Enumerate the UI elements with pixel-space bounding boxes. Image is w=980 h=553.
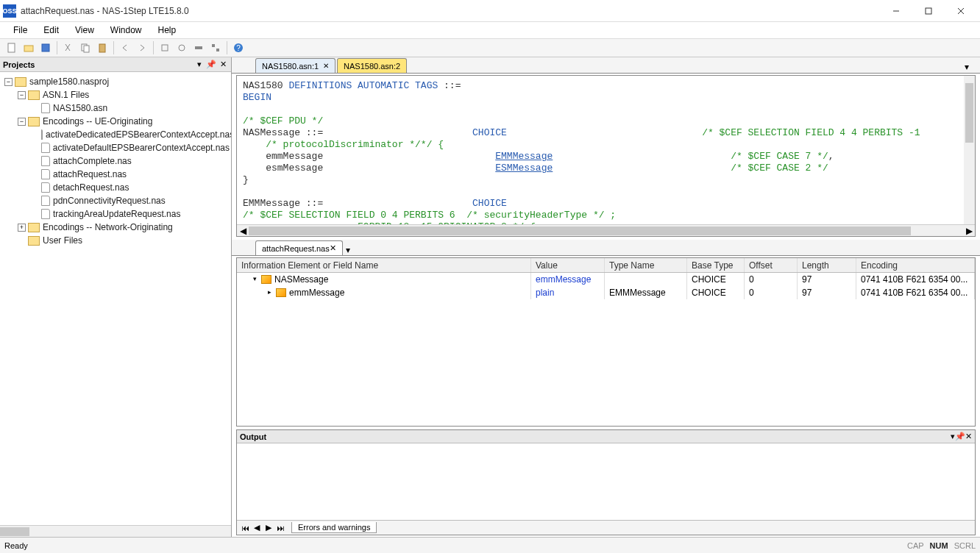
tab-close-icon[interactable]: ✕ bbox=[323, 62, 329, 70]
cut-icon[interactable] bbox=[61, 40, 76, 55]
close-icon[interactable]: ✕ bbox=[218, 60, 228, 70]
code-body[interactable]: NAS1580 DEFINITIONS AUTOMATIC TAGS ::= B… bbox=[237, 76, 975, 224]
menu-window[interactable]: Window bbox=[103, 24, 149, 37]
cell-offset: 0 bbox=[745, 273, 798, 286]
collapse-icon[interactable]: − bbox=[18, 118, 26, 126]
folder-icon bbox=[28, 223, 40, 232]
statusbar: Ready CAP NUM SCRL bbox=[0, 537, 980, 553]
column-header[interactable]: Value bbox=[531, 258, 605, 272]
editor-tab-active[interactable]: NAS1580.asn:2 bbox=[337, 58, 407, 73]
scroll-right-icon[interactable]: ▶ bbox=[963, 225, 975, 236]
expand-icon[interactable]: ▾ bbox=[252, 276, 258, 282]
maximize-button[interactable] bbox=[912, 1, 945, 21]
table-header: Information Element or Field Name Value … bbox=[237, 258, 975, 273]
pin-icon[interactable]: 📌 bbox=[206, 60, 216, 70]
file-icon bbox=[41, 143, 50, 153]
details-tabs: attachRequest.nas✕ ▾ bbox=[232, 240, 980, 256]
column-header[interactable]: Base Type bbox=[687, 258, 745, 272]
tree-folder[interactable]: − Encodings -- UE-Originating bbox=[1, 115, 230, 128]
tool-icon[interactable] bbox=[191, 40, 206, 55]
tree-folder[interactable]: + Encodings -- Network-Originating bbox=[1, 221, 230, 234]
tree-file[interactable]: NAS1580.asn bbox=[1, 101, 230, 115]
scroll-left-icon[interactable]: ◀ bbox=[237, 225, 249, 236]
arrow-right-icon[interactable] bbox=[135, 40, 149, 55]
tree-file[interactable]: detachRequest.nas bbox=[1, 181, 230, 194]
status-cap: CAP bbox=[907, 541, 924, 550]
tool-icon[interactable] bbox=[157, 40, 172, 55]
tree-file[interactable]: activateDefaultEPSBearerContextAccept.na… bbox=[1, 141, 230, 154]
paste-icon[interactable] bbox=[95, 40, 110, 55]
table-body: ▾NASMessage emmMessage CHOICE 0 97 0741 … bbox=[237, 273, 975, 426]
column-header[interactable]: Offset bbox=[745, 258, 798, 272]
menu-edit[interactable]: Edit bbox=[36, 24, 66, 37]
titlebar: OSS attachRequest.nas - NAS-1Step LTE15.… bbox=[0, 0, 980, 22]
editor-tab[interactable]: NAS1580.asn:1✕ bbox=[255, 58, 335, 73]
tab-close-icon[interactable]: ✕ bbox=[330, 243, 336, 253]
tab-dropdown-icon[interactable]: ▾ bbox=[346, 245, 350, 255]
tree-file[interactable]: pdnConnectivityRequest.nas bbox=[1, 194, 230, 207]
tree-folder[interactable]: User Files bbox=[1, 234, 230, 247]
close-button[interactable] bbox=[945, 1, 977, 21]
column-header[interactable]: Length bbox=[798, 258, 856, 272]
menu-view[interactable]: View bbox=[68, 24, 102, 37]
nav-first-icon[interactable]: ⏮ bbox=[240, 523, 250, 533]
table-row[interactable]: ▾NASMessage emmMessage CHOICE 0 97 0741 … bbox=[237, 273, 975, 286]
table-row[interactable]: ▸emmMessage plain EMMMessage CHOICE 0 97… bbox=[237, 286, 975, 299]
details-tab[interactable]: attachRequest.nas✕ bbox=[255, 240, 343, 255]
file-icon bbox=[41, 103, 50, 113]
scrollbar-thumb[interactable] bbox=[249, 226, 911, 235]
element-icon bbox=[261, 275, 271, 284]
expand-icon[interactable]: ▸ bbox=[266, 289, 273, 296]
tree-file[interactable]: trackingAreaUpdateRequest.nas bbox=[1, 207, 230, 221]
tool-icon[interactable] bbox=[208, 40, 223, 55]
tree-file[interactable]: activateDedicatedEPSBearerContextAccept.… bbox=[1, 128, 230, 141]
main-area: Projects ▾ 📌 ✕ − sample1580.nasproj − AS… bbox=[0, 57, 980, 537]
nav-prev-icon[interactable]: ◀ bbox=[252, 523, 262, 533]
file-icon bbox=[41, 156, 50, 166]
tree-file[interactable]: attachRequest.nas bbox=[1, 168, 230, 181]
open-icon[interactable] bbox=[21, 40, 36, 55]
tree-label: NAS1580.asn bbox=[53, 103, 107, 113]
close-icon[interactable]: ✕ bbox=[965, 432, 972, 441]
tool-icon[interactable] bbox=[174, 40, 189, 55]
column-header[interactable]: Type Name bbox=[605, 258, 687, 272]
element-icon bbox=[276, 288, 286, 297]
output-body[interactable] bbox=[237, 443, 975, 520]
save-icon[interactable] bbox=[38, 40, 53, 55]
help-icon[interactable]: ? bbox=[231, 40, 246, 55]
tree-folder[interactable]: − ASN.1 Files bbox=[1, 88, 230, 101]
scrollbar-thumb[interactable] bbox=[965, 83, 973, 143]
pin-icon[interactable]: 📌 bbox=[955, 432, 965, 441]
menubar: File Edit View Window Help bbox=[0, 22, 980, 38]
output-footer: ⏮ ◀ ▶ ⏭ Errors and warnings bbox=[237, 520, 975, 535]
collapse-icon[interactable]: − bbox=[4, 78, 13, 86]
toolbar-separator bbox=[113, 41, 114, 54]
editor-vscrollbar[interactable] bbox=[964, 76, 975, 224]
chevron-down-icon[interactable]: ▾ bbox=[194, 60, 205, 70]
toolbar-separator bbox=[153, 41, 154, 54]
column-header[interactable]: Encoding bbox=[856, 258, 975, 272]
nav-next-icon[interactable]: ▶ bbox=[263, 523, 274, 533]
tree-label: activateDefaultEPSBearerContextAccept.na… bbox=[53, 143, 230, 153]
tree-root[interactable]: − sample1580.nasproj bbox=[1, 75, 230, 88]
nav-last-icon[interactable]: ⏭ bbox=[275, 523, 285, 533]
minimize-button[interactable] bbox=[880, 1, 912, 21]
scrollbar-thumb[interactable] bbox=[0, 527, 29, 536]
column-header[interactable]: Information Element or Field Name bbox=[237, 258, 531, 272]
projects-hscrollbar[interactable] bbox=[0, 525, 231, 537]
menu-help[interactable]: Help bbox=[151, 24, 184, 37]
svg-rect-15 bbox=[212, 44, 215, 47]
menu-file[interactable]: File bbox=[6, 24, 35, 37]
tree-file[interactable]: attachComplete.nas bbox=[1, 154, 230, 168]
new-icon[interactable] bbox=[4, 40, 19, 55]
editor-hscrollbar[interactable]: ◀ ▶ bbox=[237, 224, 975, 236]
status-num: NUM bbox=[930, 541, 948, 550]
svg-rect-6 bbox=[42, 44, 49, 51]
output-tab[interactable]: Errors and warnings bbox=[291, 522, 377, 533]
svg-rect-1 bbox=[926, 8, 931, 14]
expand-icon[interactable]: + bbox=[18, 224, 26, 232]
tab-dropdown-icon[interactable]: ▾ bbox=[961, 61, 973, 73]
arrow-left-icon[interactable] bbox=[118, 40, 132, 55]
copy-icon[interactable] bbox=[78, 40, 93, 55]
collapse-icon[interactable]: − bbox=[18, 91, 26, 99]
